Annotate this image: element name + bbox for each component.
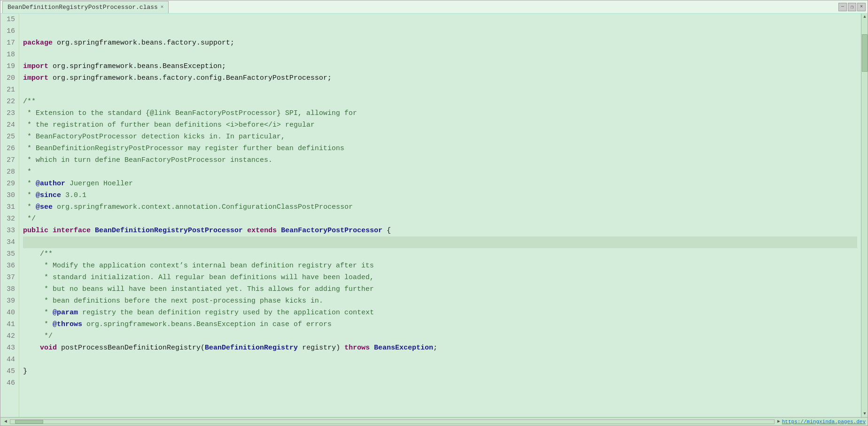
line-number: 42: [2, 330, 15, 342]
code-line: [23, 354, 857, 365]
token-javadoc-tag: @author: [36, 178, 65, 190]
scroll-track[interactable]: [861, 20, 868, 411]
token-normal: [23, 342, 40, 354]
token-comment: 3.0.1: [61, 190, 86, 201]
token-kw-interface: interface: [53, 225, 91, 236]
line-number: 43: [2, 342, 15, 354]
scroll-up-button[interactable]: ▲: [861, 14, 868, 20]
token-comment: registry the bean definition registry us…: [78, 307, 374, 319]
token-javadoc-tag: @see: [36, 201, 53, 213]
token-javadoc-tag: @throws: [53, 319, 82, 330]
code-line: * @throws org.springframework.beans.Bean…: [23, 319, 857, 330]
scroll-right-button[interactable]: ►: [775, 418, 782, 425]
line-number: 24: [2, 119, 15, 131]
line-number: 21: [2, 84, 15, 96]
token-normal: [277, 225, 281, 236]
token-comment: *: [23, 178, 36, 190]
code-line: [23, 14, 857, 25]
token-javadoc-tag: @param: [53, 307, 78, 319]
line-number: 18: [2, 49, 15, 61]
vertical-scrollbar[interactable]: ▲ ▼: [861, 14, 868, 417]
token-normal: [48, 225, 53, 236]
token-class-name: BeansException: [374, 342, 433, 354]
horizontal-thumb[interactable]: [15, 420, 43, 424]
editor-area: 1516171819202122232425262728293031323334…: [0, 14, 868, 417]
token-normal: org.springframework.beans.BeansException…: [48, 61, 226, 72]
token-comment: *: [23, 166, 31, 178]
code-line: [23, 84, 857, 96]
token-javadoc-tag: @since: [36, 190, 61, 201]
tab-label: BeanDefinitionRegistryPostProcessor.clas…: [8, 4, 158, 11]
code-line: * the registration of further bean defin…: [23, 119, 857, 131]
line-number: 19: [2, 61, 15, 72]
line-number: 35: [2, 248, 15, 260]
token-normal: [243, 225, 247, 236]
line-number: 46: [2, 377, 15, 389]
tab-close-button[interactable]: ×: [161, 4, 164, 10]
token-kw-package: package: [23, 37, 53, 49]
token-kw-void: void: [40, 342, 57, 354]
line-number: 16: [2, 25, 15, 37]
token-comment: SPI, allowing for: [281, 107, 357, 119]
token-normal: {: [382, 225, 391, 236]
scroll-down-button[interactable]: ▼: [861, 411, 868, 417]
token-normal: postProcessBeanDefinitionRegistry(: [57, 342, 205, 354]
code-line: public interface BeanDefinitionRegistryP…: [23, 225, 857, 236]
code-line: * @see org.springframework.context.annot…: [23, 201, 857, 213]
editor-tab[interactable]: BeanDefinitionRegistryPostProcessor.clas…: [2, 1, 169, 13]
code-line: import org.springframework.beans.BeansEx…: [23, 61, 857, 72]
line-number: 26: [2, 143, 15, 154]
line-number: 29: [2, 178, 15, 190]
code-line: * @author Juergen Hoeller: [23, 178, 857, 190]
line-number: 22: [2, 96, 15, 107]
horizontal-scrollbar[interactable]: [10, 419, 775, 424]
close-button[interactable]: ×: [857, 3, 866, 11]
token-normal: org.springframework.beans.factory.suppor…: [53, 37, 234, 49]
code-line: * BeanFactoryPostProcessor detection kic…: [23, 131, 857, 143]
token-kw-extends: extends: [247, 225, 277, 236]
code-line: }: [23, 365, 857, 377]
line-number: 39: [2, 295, 15, 307]
line-number: 32: [2, 213, 15, 225]
code-line: [23, 377, 857, 389]
token-class-name: BeanFactoryPostProcessor: [281, 225, 382, 236]
bottom-bar: ◄ ► https://mingxinda.pages.dev: [0, 417, 868, 426]
tab-bar: BeanDefinitionRegistryPostProcessor.clas…: [0, 0, 868, 14]
line-number: 20: [2, 72, 15, 84]
line-number: 33: [2, 225, 15, 236]
token-comment: /**: [23, 248, 53, 260]
scroll-thumb[interactable]: [862, 34, 868, 72]
code-line: * bean definitions before the next post-…: [23, 295, 857, 307]
token-comment: *: [23, 307, 53, 319]
token-comment: *: [23, 201, 36, 213]
line-number: 36: [2, 260, 15, 272]
line-number: 41: [2, 319, 15, 330]
token-comment: org.springframework.context.annotation.C…: [53, 201, 353, 213]
token-normal: org.springframework.beans.factory.config…: [48, 72, 332, 84]
line-number: 25: [2, 131, 15, 143]
line-number: 34: [2, 236, 15, 248]
code-line: * Extension to the standard {@link BeanF…: [23, 107, 857, 119]
scroll-left-button[interactable]: ◄: [2, 418, 9, 425]
line-number: 23: [2, 107, 15, 119]
code-content[interactable]: package org.springframework.beans.factor…: [19, 14, 861, 417]
token-comment: *: [23, 319, 53, 330]
status-link[interactable]: https://mingxinda.pages.dev: [782, 419, 866, 425]
token-comment: *: [23, 190, 36, 201]
token-class-name: BeanDefinitionRegistry: [205, 342, 298, 354]
code-line: * standard initialization. All regular b…: [23, 272, 857, 283]
window-controls: ─ ❐ ×: [838, 3, 866, 11]
line-number: 30: [2, 190, 15, 201]
line-number: 27: [2, 154, 15, 166]
code-line: package org.springframework.beans.factor…: [23, 37, 857, 49]
restore-button[interactable]: ❐: [848, 3, 856, 11]
code-line: /**: [23, 96, 857, 107]
code-line: * which in turn define BeanFactoryPostPr…: [23, 154, 857, 166]
token-comment: org.springframework.beans.BeansException…: [82, 319, 332, 330]
code-line: [23, 236, 857, 248]
token-comment: /**: [23, 96, 36, 107]
line-numbers: 1516171819202122232425262728293031323334…: [0, 14, 19, 417]
token-comment: * bean definitions before the next post-…: [23, 295, 323, 307]
minimize-button[interactable]: ─: [838, 3, 847, 11]
code-line: [23, 49, 857, 61]
